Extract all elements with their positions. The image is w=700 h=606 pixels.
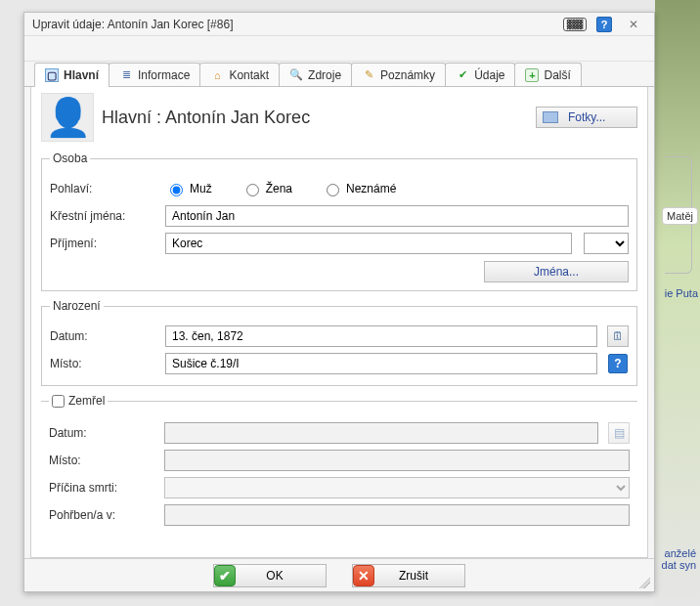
note-icon: ✎ [362, 68, 375, 82]
person-legend: Osoba [50, 152, 90, 165]
photo-icon [543, 111, 558, 123]
surname-label: Příjmení: [50, 237, 159, 250]
birth-date-input[interactable] [165, 325, 597, 347]
check-icon: ✔ [456, 68, 469, 82]
photos-button[interactable]: Fotky... [536, 107, 637, 128]
close-icon[interactable]: ✕ [621, 16, 646, 33]
tab-label: Další [544, 68, 570, 82]
help-icon: ? [608, 354, 628, 373]
tab-main[interactable]: ▢ Hlavní [34, 63, 109, 87]
help-icon[interactable]: ? [591, 16, 617, 33]
tab-information[interactable]: ≣ Informace [109, 63, 200, 86]
death-place-label: Místo: [49, 454, 158, 467]
bg-text: ie Puta [665, 287, 698, 299]
bg-card: Matěj [662, 207, 698, 225]
lines-icon: ≣ [119, 68, 133, 82]
radio-unknown[interactable] [327, 184, 339, 196]
keyboard-icon[interactable]: ▓▓▓ [562, 16, 588, 33]
death-place-input [164, 450, 630, 471]
check-icon: ✔ [214, 565, 236, 586]
tab-label: Hlavní [64, 68, 99, 82]
names-button[interactable]: Jména... [484, 261, 629, 282]
bg-text: anželédat syn [662, 547, 696, 571]
death-date-label: Datum: [49, 426, 158, 440]
given-names-label: Křestní jména: [50, 209, 159, 223]
ok-button-label: OK [245, 569, 326, 583]
tab-bar: ▢ Hlavní ≣ Informace ⌂ Kontakt 🔍 Zdroje … [24, 62, 654, 87]
death-cause-select [164, 477, 630, 498]
cancel-button[interactable]: ✕ Zrušit [352, 564, 465, 587]
tab-data[interactable]: ✔ Údaje [445, 63, 515, 86]
ok-button[interactable]: ✔ OK [213, 564, 327, 587]
burial-input [164, 504, 630, 526]
death-section: Zemřel Datum: ▤ Místo: Příčina smrti: [41, 394, 637, 537]
plus-icon: + [525, 68, 539, 82]
gender-radio-group: Muž Žena Neznámé [165, 181, 396, 196]
tab-label: Kontakt [229, 68, 269, 82]
radio-female-label: Žena [266, 182, 292, 195]
tab-more[interactable]: + Další [514, 63, 581, 86]
birth-date-label: Datum: [50, 329, 159, 343]
tab-label: Informace [138, 68, 190, 82]
calendar-button[interactable]: 🗓 [607, 325, 629, 347]
dialog-footer: ✔ OK ✕ Zrušit [24, 558, 654, 591]
tab-contact[interactable]: ⌂ Kontakt [199, 63, 280, 86]
radio-unknown-label: Neznámé [346, 182, 396, 195]
home-icon: ⌂ [210, 68, 224, 82]
tab-sources[interactable]: 🔍 Zdroje [279, 63, 352, 86]
tab-label: Zdroje [308, 68, 341, 82]
tab-notes[interactable]: ✎ Poznámky [351, 63, 446, 86]
birth-section: Narození Datum: 🗓 Místo: ? [41, 299, 637, 386]
window-title: Upravit údaje: Antonín Jan Korec [#86] [32, 18, 558, 31]
place-help-button[interactable]: ? [607, 353, 629, 374]
birth-place-label: Místo: [50, 357, 159, 370]
birth-legend: Narození [50, 299, 104, 313]
tab-label: Údaje [474, 68, 504, 82]
photos-button-label: Fotky... [568, 110, 605, 124]
card-icon: ▢ [45, 68, 59, 82]
deceased-checkbox[interactable] [52, 395, 65, 408]
burial-label: Pohřben/a v: [49, 508, 158, 522]
calendar-icon: 🗓 [612, 329, 624, 343]
toolbar-spacer [24, 36, 654, 62]
gender-option-unknown[interactable]: Neznámé [322, 181, 396, 196]
death-date-input [164, 422, 598, 444]
gender-option-female[interactable]: Žena [241, 181, 292, 196]
radio-male[interactable] [170, 184, 183, 196]
gender-label: Pohlaví: [50, 182, 159, 195]
search-icon: 🔍 [289, 68, 303, 82]
close-icon: ✕ [353, 565, 374, 586]
page-title: Hlavní : Antonín Jan Korec [102, 108, 528, 128]
tab-label: Poznámky [380, 68, 435, 82]
titlebar: Upravit údaje: Antonín Jan Korec [#86] ▓… [24, 13, 654, 36]
edit-person-dialog: Upravit údaje: Antonín Jan Korec [#86] ▓… [23, 12, 655, 592]
surname-input[interactable] [165, 233, 572, 254]
gender-option-male[interactable]: Muž [165, 181, 212, 196]
death-calendar-button: ▤ [608, 422, 630, 444]
radio-female[interactable] [246, 184, 259, 196]
avatar: 👤 [41, 93, 94, 142]
birth-place-input[interactable] [165, 353, 597, 374]
given-names-input[interactable] [165, 205, 629, 227]
radio-male-label: Muž [190, 182, 212, 195]
death-legend: Zemřel [68, 394, 105, 408]
person-section: Osoba Pohlaví: Muž Žena [41, 152, 637, 291]
resize-grip[interactable] [638, 577, 650, 588]
calendar-icon: ▤ [614, 426, 625, 440]
death-cause-label: Příčina smrti: [49, 481, 158, 495]
cancel-button-label: Zrušit [384, 569, 464, 583]
surname-suffix-select[interactable] [584, 233, 629, 254]
